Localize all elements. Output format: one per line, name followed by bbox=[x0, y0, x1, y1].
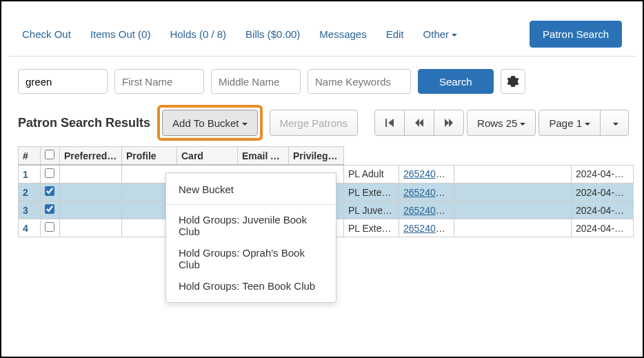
cell-privilege: 2024-04-… bbox=[572, 165, 634, 183]
pager-prev[interactable] bbox=[404, 110, 434, 136]
row-select-cell[interactable] bbox=[41, 219, 60, 237]
rows-dropdown[interactable]: Rows 25 bbox=[467, 110, 536, 136]
menu-new-bucket[interactable]: New Bucket bbox=[166, 179, 336, 200]
nav-bills[interactable]: Bills ($0.00) bbox=[245, 28, 300, 40]
add-to-bucket-highlight: Add To Bucket bbox=[157, 105, 262, 141]
results-title: Patron Search Results bbox=[18, 116, 150, 130]
col-num[interactable]: # bbox=[19, 147, 41, 166]
chevron-down-icon bbox=[517, 117, 525, 129]
col-select-all[interactable] bbox=[41, 147, 60, 166]
chevron-down-icon bbox=[610, 117, 618, 129]
card-link[interactable]: 2652400… bbox=[403, 223, 451, 234]
row-select-checkbox[interactable] bbox=[45, 204, 54, 214]
pager-first[interactable] bbox=[374, 110, 405, 136]
nav-items-out[interactable]: Items Out (0) bbox=[90, 28, 151, 40]
cell-pref-last bbox=[60, 219, 122, 237]
row-select-cell[interactable] bbox=[41, 165, 60, 183]
row-number: 4 bbox=[19, 219, 41, 237]
card-link[interactable]: 2652400… bbox=[403, 187, 451, 198]
chevron-down-icon bbox=[449, 28, 457, 40]
col-priv[interactable]: Privilege Ex bbox=[289, 147, 344, 166]
row-select-checkbox[interactable] bbox=[45, 186, 54, 196]
select-all-checkbox[interactable] bbox=[45, 150, 54, 159]
card-link[interactable]: 2652400… bbox=[403, 205, 451, 216]
cell-card: 2652400… bbox=[399, 183, 454, 201]
row-select-checkbox[interactable] bbox=[45, 168, 54, 178]
menu-hold-group-juvenile[interactable]: Hold Groups: Juvenile Book Club bbox=[166, 209, 336, 242]
search-row: Search bbox=[1, 57, 643, 101]
first-icon bbox=[385, 118, 394, 128]
row-number: 3 bbox=[19, 201, 41, 219]
cell-card: 2652400… bbox=[399, 219, 454, 237]
topbar-nav: Check Out Items Out (0) Holds (0 / 8) Bi… bbox=[22, 28, 530, 40]
nav-check-out[interactable]: Check Out bbox=[22, 28, 71, 40]
col-pref-last[interactable]: Preferred La bbox=[60, 147, 122, 166]
cell-pref-last bbox=[60, 165, 122, 183]
add-to-bucket-button[interactable]: Add To Bucket bbox=[162, 110, 257, 136]
middle-name-input[interactable] bbox=[211, 69, 301, 94]
next-icon bbox=[444, 118, 454, 128]
topbar: Check Out Items Out (0) Holds (0 / 8) Bi… bbox=[8, 1, 636, 57]
results-header: Patron Search Results Add To Bucket Merg… bbox=[1, 101, 643, 141]
gear-icon bbox=[507, 76, 519, 87]
cell-pref-last bbox=[60, 183, 122, 201]
row-number: 1 bbox=[19, 165, 41, 183]
nav-other[interactable]: Other bbox=[423, 28, 458, 40]
menu-hold-group-oprah[interactable]: Hold Groups: Oprah's Book Club bbox=[166, 242, 336, 275]
menu-divider bbox=[166, 204, 336, 205]
pager: Rows 25 Page 1 bbox=[374, 110, 629, 136]
settings-button[interactable] bbox=[501, 69, 525, 94]
col-email[interactable]: Email Address bbox=[238, 147, 289, 166]
search-button[interactable]: Search bbox=[418, 69, 494, 94]
cell-profile: PL Juveni… bbox=[344, 201, 399, 219]
cell-email bbox=[454, 201, 572, 219]
cell-profile: PL Exten… bbox=[344, 219, 399, 237]
first-name-input[interactable] bbox=[114, 69, 204, 94]
menu-hold-group-teen[interactable]: Hold Groups: Teen Book Club bbox=[166, 275, 336, 297]
patron-search-button[interactable]: Patron Search bbox=[530, 21, 622, 48]
cell-privilege: 2024-04-… bbox=[572, 201, 634, 219]
col-card[interactable]: Card bbox=[177, 147, 238, 166]
table-header-row: # Preferred La Preferred F Home First La… bbox=[19, 147, 634, 166]
name-keywords-input[interactable] bbox=[308, 69, 411, 94]
chevron-down-icon bbox=[239, 117, 248, 129]
row-select-cell[interactable] bbox=[41, 201, 60, 219]
pager-next[interactable] bbox=[434, 110, 464, 136]
add-to-bucket-menu: New Bucket Hold Groups: Juvenile Book Cl… bbox=[165, 172, 336, 303]
row-select-cell[interactable] bbox=[41, 183, 60, 201]
cell-card: 2652400… bbox=[399, 165, 454, 183]
cell-email bbox=[454, 219, 572, 237]
nav-holds[interactable]: Holds (0 / 8) bbox=[170, 28, 226, 40]
prev-icon bbox=[414, 118, 424, 128]
row-number: 2 bbox=[19, 183, 41, 201]
cell-privilege: 2024-04-… bbox=[572, 219, 634, 237]
page-extra-dropdown[interactable] bbox=[600, 110, 629, 136]
cell-profile: PL Exten… bbox=[344, 183, 399, 201]
app-frame: Check Out Items Out (0) Holds (0 / 8) Bi… bbox=[0, 0, 644, 358]
page-group: Page 1 bbox=[539, 110, 629, 136]
card-link[interactable]: 2652400… bbox=[403, 168, 451, 179]
page-dropdown[interactable]: Page 1 bbox=[539, 110, 601, 136]
last-name-input[interactable] bbox=[18, 69, 108, 94]
col-profile[interactable]: Profile bbox=[122, 147, 177, 166]
cell-card: 2652400… bbox=[399, 201, 454, 219]
nav-edit[interactable]: Edit bbox=[386, 28, 404, 40]
cell-privilege: 2024-04-… bbox=[572, 183, 634, 201]
cell-email bbox=[454, 165, 572, 183]
nav-messages[interactable]: Messages bbox=[319, 28, 366, 40]
cell-pref-last bbox=[60, 201, 122, 219]
cell-profile: PL Adult bbox=[344, 165, 399, 183]
pager-nav bbox=[374, 110, 464, 136]
row-select-checkbox[interactable] bbox=[45, 222, 54, 232]
cell-email bbox=[454, 183, 572, 201]
merge-patrons-button[interactable]: Merge Patrons bbox=[270, 110, 358, 136]
chevron-down-icon bbox=[582, 117, 590, 129]
